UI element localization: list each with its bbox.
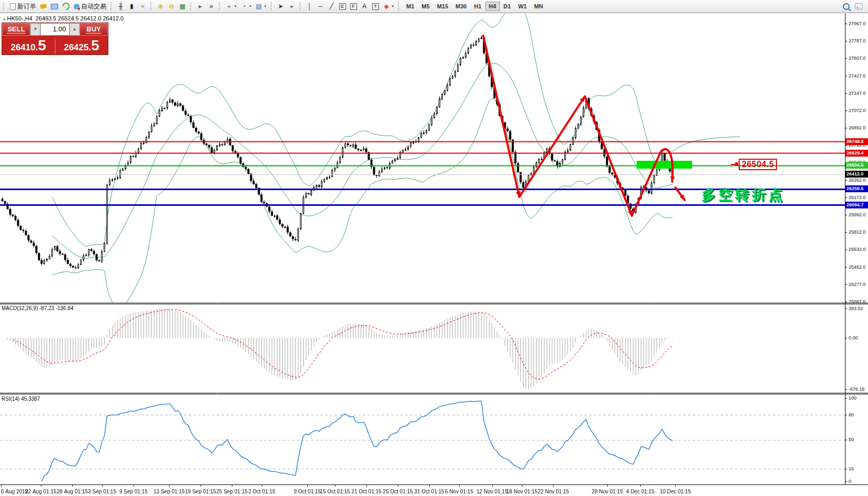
rsi-name: RSI(14) <box>2 396 19 402</box>
new-order-label: 新订单 <box>17 2 36 11</box>
buy-price-main: 26425 <box>64 42 88 52</box>
arrows-button[interactable]: ◈▾ <box>381 1 396 12</box>
text-icon: A <box>361 3 368 10</box>
price-label-support-1: 26259.5 <box>845 185 868 192</box>
sell-button[interactable]: SELL <box>2 23 30 36</box>
community-button[interactable] <box>49 1 60 12</box>
text-label-button[interactable]: T <box>370 1 381 12</box>
rsi-indicator-label: RSI(14) 45.3387 <box>2 396 40 402</box>
new-order-button[interactable]: 新订单 <box>8 1 38 12</box>
tab-mn[interactable]: MN <box>530 2 547 11</box>
toolbar-separator <box>219 2 221 10</box>
horizontal-line-icon: ─ <box>317 3 324 10</box>
indicators-button[interactable]: ＋▾ <box>224 1 239 12</box>
tab-m15[interactable]: M15 <box>433 2 452 11</box>
tile-windows-button[interactable]: ▦ <box>177 1 188 12</box>
text-label-icon: T <box>372 3 379 10</box>
cursor-icon: ➤ <box>277 3 284 10</box>
buy-button[interactable]: BUY <box>80 23 108 36</box>
lot-decrease-button[interactable]: ▼ <box>30 23 40 36</box>
candle-chart-icon: ▮ <box>128 3 135 10</box>
sell-label: SELL <box>7 25 25 34</box>
tab-m1[interactable]: M1 <box>403 2 418 11</box>
cursor-button[interactable]: ➤ <box>275 1 286 12</box>
sell-price-main: 26410 <box>10 42 35 52</box>
buy-label: BUY <box>86 25 101 34</box>
toolbar-separator <box>299 2 302 10</box>
toolbar-separator <box>150 2 153 10</box>
arrows-icon: ◈ <box>383 3 390 10</box>
zoom-in-button[interactable]: ⊕ <box>155 1 166 12</box>
chart-shift-icon: » <box>208 3 215 10</box>
trendline-icon: ╱ <box>328 3 335 10</box>
vertical-line-icon: │ <box>306 3 313 10</box>
chat-icon[interactable] <box>855 3 863 9</box>
new-order-icon <box>10 3 16 10</box>
templates-button[interactable]: ▤▾ <box>253 1 269 12</box>
rsi-value: 45.3387 <box>21 396 40 402</box>
toolbar-separator <box>110 2 113 10</box>
zoom-in-icon: ⊕ <box>157 3 164 10</box>
tab-m5[interactable]: M5 <box>418 2 433 11</box>
price-callout-box[interactable]: 26504.5 <box>739 159 777 170</box>
toolbar-separator <box>271 2 273 10</box>
hline-button[interactable]: ─ <box>315 1 326 12</box>
symbol-period: HK50-,H4 <box>7 15 32 21</box>
tab-w1[interactable]: W1 <box>515 2 531 11</box>
price-label-support-2: 26094.7 <box>845 202 868 208</box>
sell-price-pips: 5 <box>38 37 46 53</box>
monitor-icon <box>51 4 58 9</box>
horn-button[interactable] <box>38 1 49 12</box>
trendline-button[interactable]: ╱ <box>326 1 337 12</box>
sell-price[interactable]: 26410.5 <box>2 39 55 54</box>
auto-trading-label: 自动交易 <box>81 2 106 11</box>
symbol-ohlc-info: ▴HK50-,H4 26493.5 26524.5 26412.0 26412.… <box>3 15 124 21</box>
auto-trading-button[interactable]: 自动交易 <box>72 1 108 12</box>
macd-indicator-label: MACD(12,26,9) -87.23 -136.84 <box>2 305 73 311</box>
fibonacci-icon: F <box>350 3 357 10</box>
tab-d1[interactable]: D1 <box>500 2 515 11</box>
bar-chart-icon: ╫ <box>117 3 124 10</box>
auto-scroll-icon: ▸ <box>197 3 204 10</box>
crosshair-icon: ＋ <box>288 3 295 10</box>
ohlc-values: 26493.5 26524.5 26412.0 26412.0 <box>36 15 124 21</box>
tab-m30[interactable]: M30 <box>452 2 470 11</box>
one-click-trade-panel: SELL ▼ 1.00 ▲ BUY 26410.5 26425.5 <box>2 23 108 55</box>
chart-shift-button[interactable]: » <box>206 1 217 12</box>
chevron-down-icon: ▾ <box>250 4 252 8</box>
chart-canvas[interactable] <box>0 0 868 496</box>
buy-price[interactable]: 26425.5 <box>55 39 108 54</box>
macd-name: MACD(12,26,9) <box>2 305 38 311</box>
tab-h4[interactable]: H4 <box>485 2 500 11</box>
channel-button[interactable]: E <box>337 1 348 12</box>
lot-increase-button[interactable]: ▲ <box>70 23 80 36</box>
vline-button[interactable]: │ <box>304 1 315 12</box>
pivot-annotation-text[interactable]: 多空转折点 <box>702 185 785 204</box>
chevron-down-icon: ▾ <box>392 4 394 8</box>
text-button[interactable]: A <box>359 1 370 12</box>
channel-icon: E <box>339 3 346 10</box>
chevron-down-icon: ▾ <box>264 4 266 8</box>
toolbar-grip <box>3 2 6 10</box>
crosshair-button[interactable]: ＋ <box>286 1 297 12</box>
globe-icon <box>74 4 80 9</box>
zoom-out-icon: ⊖ <box>168 3 175 10</box>
template-icon: ▤ <box>255 3 262 10</box>
price-label-current: 26412.0 <box>845 171 868 178</box>
bar-chart-button[interactable]: ╫ <box>115 1 126 12</box>
zoom-out-button[interactable]: ⊖ <box>166 1 177 12</box>
signals-button[interactable] <box>60 1 72 12</box>
line-chart-button[interactable]: ≈ <box>137 1 148 12</box>
clock-icon: ◔ <box>241 3 248 10</box>
tile-windows-icon: ▦ <box>179 3 186 10</box>
tab-h1[interactable]: H1 <box>470 2 485 11</box>
lot-size-input[interactable]: 1.00 <box>40 23 70 36</box>
fibonacci-button[interactable]: F <box>348 1 359 12</box>
search-icon[interactable] <box>843 3 850 10</box>
line-chart-icon: ≈ <box>139 3 146 10</box>
periods-button[interactable]: ◔▾ <box>239 1 254 12</box>
candle-chart-button[interactable]: ▮ <box>126 1 137 12</box>
toolbar: 新订单 自动交易 ╫ ▮ ≈ ⊕ ⊖ ▦ ▸ » ＋▾ ◔▾ ▤▾ ➤ ＋ │ … <box>0 0 868 13</box>
macd-values: -87.23 -136.84 <box>39 305 73 311</box>
auto-scroll-button[interactable]: ▸ <box>195 1 206 12</box>
